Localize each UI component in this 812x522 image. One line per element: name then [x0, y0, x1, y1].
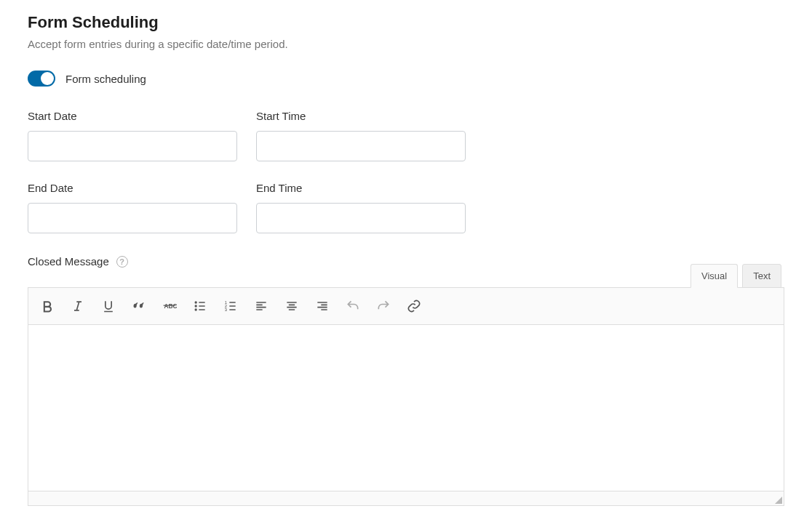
strikethrough-icon: ABC [162, 299, 177, 313]
align-center-icon [284, 299, 299, 313]
form-scheduling-toggle[interactable] [28, 71, 55, 87]
align-left-icon [254, 299, 268, 313]
start-date-label: Start Date [28, 110, 237, 122]
editor-tabs: Visual Text [28, 264, 781, 288]
number-list-icon: 123 [223, 299, 238, 313]
tab-text[interactable]: Text [742, 264, 781, 288]
end-date-label: End Date [28, 182, 237, 194]
section-subtitle: Accept form entries during a specific da… [28, 38, 784, 50]
link-icon [407, 299, 421, 313]
start-time-input[interactable] [256, 131, 466, 161]
editor-toolbar: ABC 123 [28, 288, 784, 325]
toggle-row: Form scheduling [28, 71, 784, 87]
toggle-knob [41, 72, 54, 85]
date-time-fields: Start Date Start Time End Date End Time [28, 110, 784, 233]
undo-icon [346, 299, 360, 313]
svg-point-4 [195, 308, 197, 310]
bulleted-list-button[interactable] [187, 293, 213, 319]
start-date-group: Start Date [28, 110, 237, 161]
end-date-input[interactable] [28, 203, 237, 233]
align-left-button[interactable] [248, 293, 274, 319]
editor-content[interactable] [28, 325, 784, 491]
align-center-button[interactable] [279, 293, 305, 319]
svg-text:3: 3 [225, 308, 227, 312]
form-scheduling-toggle-label: Form scheduling [65, 73, 146, 85]
numbered-list-button[interactable]: 123 [218, 293, 244, 319]
start-date-input[interactable] [28, 131, 237, 161]
align-right-button[interactable] [309, 293, 335, 319]
end-time-label: End Time [256, 182, 466, 194]
start-time-group: Start Time [256, 110, 466, 161]
undo-button[interactable] [340, 293, 366, 319]
section-title: Form Scheduling [28, 13, 784, 32]
editor-wrapper: Visual Text ABC 123 [28, 264, 784, 506]
svg-point-2 [195, 301, 197, 303]
editor-statusbar [28, 491, 784, 505]
end-time-group: End Time [256, 182, 466, 233]
bullet-list-icon [193, 299, 207, 313]
tab-visual[interactable]: Visual [690, 264, 738, 288]
underline-button[interactable] [95, 293, 122, 319]
svg-point-3 [195, 305, 197, 307]
redo-icon [376, 299, 391, 313]
align-right-icon [315, 299, 330, 313]
end-date-group: End Date [28, 182, 237, 233]
end-time-input[interactable] [256, 203, 466, 233]
bold-icon [40, 299, 55, 313]
link-button[interactable] [401, 293, 427, 319]
resize-handle-icon[interactable] [773, 495, 784, 505]
bold-button[interactable] [34, 293, 60, 319]
italic-button[interactable] [65, 293, 91, 319]
editor: ABC 123 [28, 287, 784, 506]
quote-icon [132, 299, 146, 313]
underline-icon [101, 299, 116, 313]
start-time-label: Start Time [256, 110, 466, 122]
strikethrough-button[interactable]: ABC [156, 293, 183, 319]
redo-button[interactable] [370, 293, 397, 319]
blockquote-button[interactable] [126, 293, 152, 319]
italic-icon [71, 299, 85, 313]
